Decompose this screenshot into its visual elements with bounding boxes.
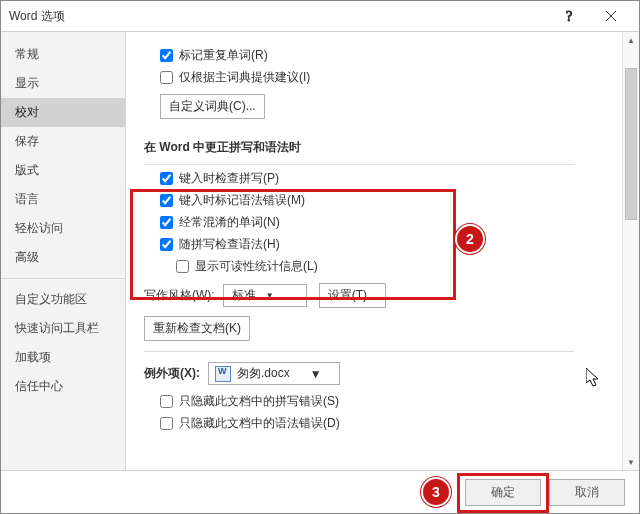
sidebar-item-trust-center[interactable]: 信任中心 <box>1 372 125 401</box>
custom-dictionaries-button[interactable]: 自定义词典(C)... <box>160 94 265 119</box>
main-dict-only-label: 仅根据主词典提供建议(I) <box>179 69 310 86</box>
check-grammar-with-spell-label: 随拼写检查语法(H) <box>179 236 280 253</box>
mark-grammar-typing-label: 键入时标记语法错误(M) <box>179 192 305 209</box>
word-options-dialog: Word 选项 ? 常规 显示 校对 保存 版式 语言 轻松访问 高级 自定义功… <box>0 0 640 514</box>
confused-words-checkbox[interactable] <box>160 216 173 229</box>
scroll-up-button[interactable]: ▲ <box>623 32 639 48</box>
sidebar-item-customize-ribbon[interactable]: 自定义功能区 <box>1 285 125 314</box>
chevron-down-icon: ▼ <box>266 291 274 300</box>
readability-label: 显示可读性统计信息(L) <box>195 258 318 275</box>
cancel-button[interactable]: 取消 <box>549 479 625 506</box>
exceptions-row: 例外项(X): 匆匆.docx ▼ <box>144 362 623 385</box>
vertical-scrollbar[interactable]: ▲ ▼ <box>622 32 639 470</box>
sidebar-item-advanced[interactable]: 高级 <box>1 243 125 272</box>
mark-grammar-typing-row: 键入时标记语法错误(M) <box>160 192 623 209</box>
sidebar-item-save[interactable]: 保存 <box>1 127 125 156</box>
help-icon: ? <box>566 9 576 23</box>
mark-duplicate-row: 标记重复单词(R) <box>160 47 623 64</box>
confused-words-row: 经常混淆的单词(N) <box>160 214 623 231</box>
main-dict-only-checkbox[interactable] <box>160 71 173 84</box>
section-separator <box>144 351 574 352</box>
check-grammar-with-spell-row: 随拼写检查语法(H) <box>160 236 623 253</box>
main-dict-only-row: 仅根据主词典提供建议(I) <box>160 69 623 86</box>
dialog-body: 常规 显示 校对 保存 版式 语言 轻松访问 高级 自定义功能区 快速访问工具栏… <box>1 32 639 470</box>
exceptions-document-select[interactable]: 匆匆.docx ▼ <box>208 362 340 385</box>
close-button[interactable] <box>591 1 631 31</box>
dialog-footer: 3 确定 取消 <box>1 470 639 513</box>
word-doc-icon <box>215 366 231 382</box>
readability-row: 显示可读性统计信息(L) <box>176 258 623 275</box>
hide-spell-errors-checkbox[interactable] <box>160 395 173 408</box>
sidebar-item-proofing[interactable]: 校对 <box>1 98 125 127</box>
writing-style-row: 写作风格(W): 标准 ▼ 设置(T)... <box>144 283 623 308</box>
close-icon <box>605 10 617 22</box>
hide-grammar-errors-checkbox[interactable] <box>160 417 173 430</box>
mark-duplicate-checkbox[interactable] <box>160 49 173 62</box>
sidebar-item-addins[interactable]: 加载项 <box>1 343 125 372</box>
hide-spell-errors-label: 只隐藏此文档中的拼写错误(S) <box>179 393 339 410</box>
ok-button[interactable]: 确定 <box>465 479 541 506</box>
writing-style-value: 标准 <box>232 287 256 304</box>
check-spelling-typing-label: 键入时检查拼写(P) <box>179 170 279 187</box>
sidebar-item-layout[interactable]: 版式 <box>1 156 125 185</box>
check-spelling-typing-checkbox[interactable] <box>160 172 173 185</box>
exceptions-label: 例外项(X): <box>144 365 200 382</box>
hide-grammar-errors-row: 只隐藏此文档中的语法错误(D) <box>160 415 623 432</box>
confused-words-label: 经常混淆的单词(N) <box>179 214 280 231</box>
recheck-document-button[interactable]: 重新检查文档(K) <box>144 316 250 341</box>
correct-in-word-header: 在 Word 中更正拼写和语法时 <box>144 133 574 165</box>
recheck-row: 重新检查文档(K) <box>144 316 623 341</box>
writing-style-select[interactable]: 标准 ▼ <box>223 284 307 307</box>
window-title: Word 选项 <box>9 8 551 25</box>
scroll-thumb[interactable] <box>625 68 637 220</box>
check-spelling-typing-row: 键入时检查拼写(P) <box>160 170 623 187</box>
sidebar-item-quick-access[interactable]: 快速访问工具栏 <box>1 314 125 343</box>
writing-style-settings-button[interactable]: 设置(T)... <box>319 283 386 308</box>
sidebar-item-display[interactable]: 显示 <box>1 69 125 98</box>
scroll-track[interactable] <box>623 220 639 454</box>
category-sidebar: 常规 显示 校对 保存 版式 语言 轻松访问 高级 自定义功能区 快速访问工具栏… <box>1 32 126 470</box>
check-grammar-with-spell-checkbox[interactable] <box>160 238 173 251</box>
writing-style-label: 写作风格(W): <box>144 287 215 304</box>
hide-grammar-errors-label: 只隐藏此文档中的语法错误(D) <box>179 415 340 432</box>
chevron-down-icon: ▼ <box>310 367 322 381</box>
svg-text:?: ? <box>566 9 572 23</box>
sidebar-item-language[interactable]: 语言 <box>1 185 125 214</box>
hide-spell-errors-row: 只隐藏此文档中的拼写错误(S) <box>160 393 623 410</box>
sidebar-item-general[interactable]: 常规 <box>1 40 125 69</box>
mark-grammar-typing-checkbox[interactable] <box>160 194 173 207</box>
scroll-down-button[interactable]: ▼ <box>623 454 639 470</box>
titlebar: Word 选项 ? <box>1 1 639 32</box>
readability-checkbox[interactable] <box>176 260 189 273</box>
annotation-callout-3: 3 <box>421 477 451 507</box>
custom-dict-row: 自定义词典(C)... <box>160 94 623 119</box>
help-button[interactable]: ? <box>551 1 591 31</box>
sidebar-separator <box>1 278 125 279</box>
mark-duplicate-label: 标记重复单词(R) <box>179 47 268 64</box>
content-pane: 标记重复单词(R) 仅根据主词典提供建议(I) 自定义词典(C)... 在 Wo… <box>126 32 639 470</box>
sidebar-item-accessibility[interactable]: 轻松访问 <box>1 214 125 243</box>
exceptions-document-name: 匆匆.docx <box>237 365 290 382</box>
